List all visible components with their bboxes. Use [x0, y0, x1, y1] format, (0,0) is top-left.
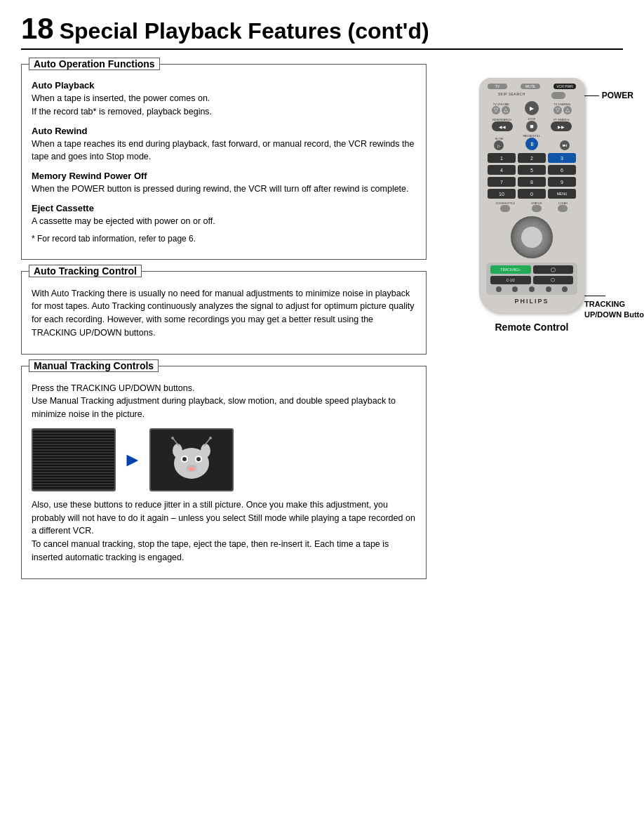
philips-logo: PHILIPS	[485, 298, 579, 305]
eject-heading: Eject Cassette	[32, 203, 416, 213]
btn-6[interactable]: 6	[548, 165, 576, 175]
tracking-icon-btn[interactable]: ⬡	[533, 265, 574, 274]
func-dot-1[interactable]	[496, 286, 502, 292]
rew-ff-row: REW/SEARCH ◀◀ STOP ■ FF SEARCH ▶▶	[485, 117, 579, 132]
clear-screen	[151, 430, 232, 490]
pause-group: PAUSE/STILL ⏸	[523, 134, 540, 150]
volume-channel-row: TV VOLUME ▽ △ ▶ TV CHANNEL ▽ △	[485, 101, 579, 115]
auto-rewind-text: When a tape reaches its end during playb…	[32, 138, 416, 164]
bottom-function-row	[490, 286, 573, 292]
btn-1[interactable]: 1	[488, 153, 516, 163]
freeze-group: ⏭	[560, 140, 570, 150]
btn-2[interactable]: 2	[518, 153, 546, 163]
clear-btn[interactable]	[558, 205, 568, 212]
ch-up-btn[interactable]: △	[563, 106, 572, 114]
tv-power-btn[interactable]: TV	[488, 84, 507, 89]
ff-btn[interactable]: ▶▶	[551, 121, 572, 131]
rew-btn[interactable]: ◀◀	[492, 121, 513, 131]
play-btn[interactable]: ▶	[525, 101, 539, 115]
status-group: STATUS	[531, 201, 542, 212]
svg-point-12	[209, 437, 212, 439]
freeze-btn[interactable]: ⏭	[560, 140, 570, 150]
tracking-label: TRACKINGUP/DOWN Buttons	[584, 296, 644, 321]
noisy-screen	[33, 430, 114, 490]
func-dot-3[interactable]	[529, 286, 535, 292]
tracking-up-btn[interactable]: TRACKING+	[490, 265, 531, 274]
tv-clear-image	[149, 428, 234, 491]
auto-operation-section: Auto Operation Functions Auto Playback W…	[21, 64, 427, 260]
remote-column: POWER TRACKINGUP/DOWN Buttons TV MUTE VC…	[441, 64, 623, 579]
jog-row: JOG/SHUTTLE STATUS CLEAR	[488, 201, 576, 212]
auto-tracking-title: Auto Tracking Control	[29, 265, 142, 277]
footnote-text: * For record tab information, refer to p…	[32, 232, 416, 245]
btn-3[interactable]: 3	[548, 153, 576, 163]
manual-tracking-footer: Also, use these buttons to reduce jitter…	[32, 498, 416, 564]
slow-row: SLOW ▷ PAUSE/STILL ⏸ ⏭	[485, 134, 579, 150]
jog-inner-circle	[521, 227, 542, 248]
page-number: 18	[21, 14, 54, 44]
tv-volume-group: TV VOLUME ▽ △	[492, 102, 510, 114]
remote-control: TV MUTE VCR PWR SKIP SEARCH TV VOLUME ▽	[479, 78, 584, 313]
rew-group: REW/SEARCH ◀◀	[492, 118, 513, 131]
func-dot-4[interactable]	[546, 286, 551, 292]
pause-btn[interactable]: ⏸	[525, 138, 538, 150]
remote-top-row: TV MUTE VCR PWR	[485, 84, 579, 89]
slow-group: SLOW ▷	[494, 137, 504, 150]
vcr-power-btn[interactable]: VCR PWR	[554, 84, 576, 89]
stop-group: STOP ■	[526, 117, 537, 132]
vol-up-btn[interactable]: △	[502, 106, 510, 114]
svg-point-6	[188, 467, 195, 471]
auto-playback-heading: Auto Playback	[32, 80, 416, 91]
func-dot-2[interactable]	[512, 286, 518, 292]
power-label: POWER	[578, 91, 633, 100]
vol-down-btn[interactable]: ▽	[492, 106, 500, 114]
tv-comparison-images: ►	[32, 428, 416, 491]
arrow-icon: ►	[123, 449, 142, 471]
jog-shuttle-group: JOG/SHUTTLE	[496, 201, 516, 212]
svg-point-3	[182, 457, 187, 461]
auto-playback-text: When a tape is inserted, the power comes…	[32, 92, 416, 119]
auto-operation-title: Auto Operation Functions	[29, 58, 160, 70]
btn-menu[interactable]: MENU	[548, 189, 576, 199]
memory-rewind-heading: Memory Rewind Power Off	[32, 171, 416, 181]
mute-btn[interactable]: MUTE	[521, 84, 540, 89]
btn-8[interactable]: 8	[518, 177, 546, 187]
stop-btn[interactable]: ■	[526, 121, 537, 132]
tv-channel-group: TV CHANNEL ▽ △	[554, 102, 572, 114]
manual-tracking-section: Manual Tracking Controls Press the TRACK…	[21, 366, 427, 579]
memory-rewind-text: When the POWER button is pressed during …	[32, 183, 416, 196]
btn-9[interactable]: 9	[548, 177, 576, 187]
ch-down-btn[interactable]: ▽	[554, 106, 562, 114]
manual-tracking-content: Press the TRACKING UP/DOWN buttons.Use M…	[32, 382, 416, 564]
remote-caption: Remote Control	[495, 322, 569, 333]
tracking-label-text: TRACKINGUP/DOWN Buttons	[584, 300, 644, 319]
slow-btn[interactable]: ▷	[494, 140, 504, 150]
btn-7[interactable]: 7	[488, 177, 516, 187]
auto-operation-content: Auto Playback When a tape is inserted, t…	[32, 80, 416, 245]
tracking-section: TRACKING+ ⬡ C-1/2 ⬡	[486, 263, 577, 295]
svg-point-8	[201, 444, 210, 458]
tv-noisy-image	[32, 428, 116, 491]
btn-4[interactable]: 4	[488, 165, 516, 175]
page-title: 18 Special Playback Features (cont'd)	[21, 14, 623, 50]
btn-0[interactable]: 0	[518, 189, 546, 199]
tracking-btn-row-1: TRACKING+ ⬡	[490, 265, 573, 274]
tracking-btn-row-2: C-1/2 ⬡	[490, 276, 573, 284]
skip-search-btn[interactable]	[551, 92, 565, 99]
tracking-icon2-btn[interactable]: ⬡	[533, 276, 574, 284]
clear-group: CLEAR	[558, 201, 568, 212]
jog-btn[interactable]	[500, 205, 510, 212]
auto-rewind-heading: Auto Rewind	[32, 126, 416, 136]
func-dot-5[interactable]	[562, 286, 568, 292]
svg-point-7	[173, 444, 182, 458]
auto-tracking-text: With Auto Tracking there is usually no n…	[32, 287, 416, 340]
jog-dial-wheel[interactable]	[511, 216, 553, 258]
ff-group: FF SEARCH ▶▶	[551, 118, 572, 131]
skip-search-row: SKIP SEARCH	[485, 92, 579, 99]
status-btn[interactable]	[532, 205, 542, 212]
btn-5[interactable]: 5	[518, 165, 546, 175]
tracking-down-btn[interactable]: C-1/2	[490, 276, 531, 284]
btn-10[interactable]: 10	[488, 189, 516, 199]
animal-graphic	[163, 435, 220, 484]
eject-text: A cassette may be ejected with power on …	[32, 215, 416, 228]
